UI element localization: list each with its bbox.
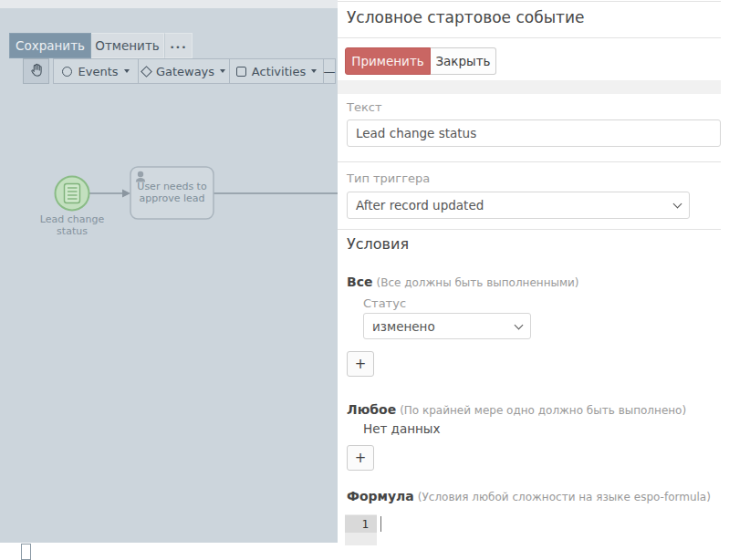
any-hint: (По крайней мере одно должно быть выполн… bbox=[400, 404, 686, 417]
apply-button[interactable]: Применить bbox=[345, 47, 431, 75]
flowchart-editor-area: Сохранить Отменить ••• Events Gateways bbox=[0, 0, 338, 560]
task-node-label: User needs to approve lead bbox=[133, 181, 211, 204]
conditions-heading: Условия bbox=[347, 235, 409, 253]
conditions-divider bbox=[338, 229, 721, 230]
arrowhead bbox=[122, 190, 130, 198]
close-button[interactable]: Закрыть bbox=[431, 47, 496, 75]
panel-buttons: Применить Закрыть bbox=[345, 47, 496, 75]
element-edit-panel: Условное стартовое событие Применить Зак… bbox=[338, 0, 750, 560]
panel-top-border bbox=[338, 1, 721, 2]
formula-label: Формула bbox=[347, 489, 414, 503]
start-event-label: Lead change status bbox=[36, 213, 109, 237]
text-field-input[interactable] bbox=[347, 119, 721, 147]
formula-code-editor[interactable]: 1 bbox=[345, 514, 714, 545]
trigger-type-select[interactable]: After record updated bbox=[347, 192, 690, 219]
panel-section-band bbox=[338, 80, 721, 94]
status-condition-value: изменено bbox=[372, 319, 435, 334]
panel-title: Условное стартовое событие bbox=[347, 8, 584, 26]
any-empty-text: Нет данных bbox=[363, 421, 441, 436]
add-any-condition-button[interactable]: + bbox=[347, 445, 374, 471]
formula-group: Формула(Условия любой сложности на языке… bbox=[347, 489, 711, 503]
chevron-down-icon bbox=[515, 320, 524, 329]
conditions-all-group: Все(Все должны быть выполненными) bbox=[347, 275, 579, 289]
trigger-type-value: After record updated bbox=[356, 198, 484, 213]
text-field-label: Текст bbox=[347, 100, 382, 114]
trigger-type-label: Тип триггера bbox=[347, 171, 430, 185]
condition-list-icon bbox=[65, 184, 80, 203]
all-label: Все bbox=[347, 275, 372, 289]
status-condition-label: Статус bbox=[363, 296, 406, 310]
field-divider bbox=[338, 161, 721, 162]
any-label: Любое bbox=[347, 402, 396, 417]
editor-line-number: 1 bbox=[345, 515, 377, 533]
add-all-condition-button[interactable]: + bbox=[347, 351, 374, 377]
chevron-down-icon bbox=[673, 200, 682, 209]
status-condition-select[interactable]: изменено bbox=[363, 313, 531, 339]
all-hint: (Все должны быть выполненными) bbox=[376, 276, 578, 289]
canvas-bottom-margin bbox=[0, 543, 338, 560]
user-icon bbox=[138, 171, 143, 177]
editor-cursor bbox=[380, 516, 381, 532]
conditions-any-group: Любое(По крайней мере одно должно быть в… bbox=[347, 402, 686, 417]
formula-hint: (Условия любой сложности на языке espo-f… bbox=[418, 491, 711, 503]
title-divider bbox=[338, 37, 721, 38]
bpmn-diagram bbox=[0, 0, 338, 543]
checkbox-partial[interactable] bbox=[21, 544, 31, 560]
